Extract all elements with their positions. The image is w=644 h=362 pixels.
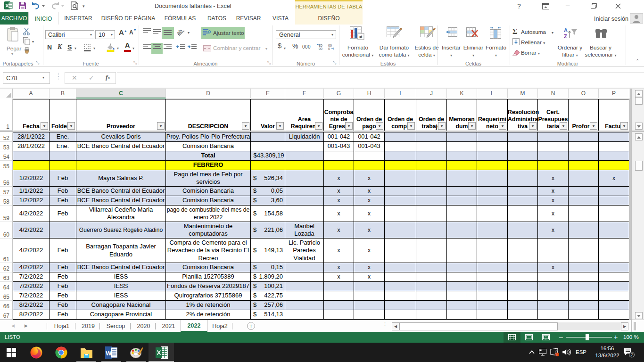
svg-text:00: 00 bbox=[328, 44, 332, 47]
svg-text:€0: €0 bbox=[319, 44, 322, 47]
svg-text:0: 0 bbox=[328, 47, 330, 50]
svg-text:Z: Z bbox=[564, 33, 567, 39]
svg-text:≠: ≠ bbox=[359, 34, 362, 40]
svg-text:!: ! bbox=[556, 353, 558, 357]
svg-text:00: 00 bbox=[319, 47, 322, 50]
svg-text:W: W bbox=[106, 350, 112, 357]
svg-text:A: A bbox=[564, 27, 568, 33]
svg-text:7: 7 bbox=[631, 353, 633, 357]
